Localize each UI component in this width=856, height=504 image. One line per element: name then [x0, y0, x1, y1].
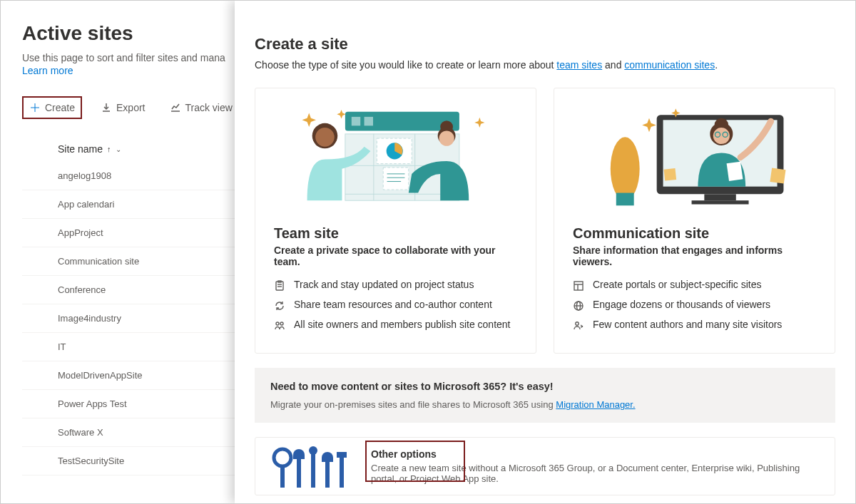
svg-rect-3	[351, 117, 360, 125]
create-site-panel: Create a site Choose the type of site yo…	[235, 1, 855, 503]
svg-point-20	[439, 130, 454, 145]
svg-point-47	[576, 322, 579, 325]
comm-card-desc: Share information that engages and infor…	[573, 245, 816, 267]
other-options-title: Other options	[371, 448, 813, 460]
svg-rect-41	[574, 282, 583, 290]
comm-feature-2: Engage dozens or thousands of viewers	[573, 299, 816, 312]
sort-ascending-icon: ↑	[107, 145, 111, 153]
migrate-text: Migrate your on-premises sites and file …	[270, 399, 820, 410]
track-view-button-label: Track view	[185, 102, 233, 113]
team-feature-1-text: Track and stay updated on project status	[294, 279, 474, 290]
card-row: Team site Create a private space to coll…	[255, 88, 835, 354]
sync-icon	[274, 300, 285, 312]
panel-subtitle-mid: and	[602, 59, 624, 71]
track-view-button[interactable]: Track view	[164, 98, 238, 118]
comm-feature-1-text: Create portals or subject-specific sites	[593, 279, 762, 290]
comm-card-title: Communication site	[573, 225, 816, 242]
create-button-label: Create	[45, 102, 75, 113]
team-feature-1: Track and stay updated on project status	[274, 279, 517, 292]
communication-sites-link[interactable]: communication sites	[624, 59, 715, 71]
svg-rect-55	[337, 452, 347, 458]
svg-rect-21	[276, 282, 283, 290]
export-button-label: Export	[116, 102, 145, 113]
svg-point-26	[280, 322, 283, 325]
svg-rect-51	[311, 452, 315, 488]
svg-point-48	[274, 449, 291, 466]
svg-rect-34	[663, 168, 676, 181]
team-sites-link[interactable]: team sites	[556, 59, 602, 71]
team-card-body: Team site Create a private space to coll…	[255, 217, 536, 331]
svg-point-52	[309, 446, 317, 455]
other-options-desc: Create a new team site without a Microso…	[371, 463, 813, 484]
migration-manager-link[interactable]: Migration Manager.	[556, 399, 635, 410]
team-site-illustration	[255, 88, 536, 217]
svg-rect-4	[364, 117, 372, 125]
team-feature-3-text: All site owners and members publish site…	[294, 319, 510, 330]
svg-rect-32	[691, 200, 748, 204]
panel-subtitle-suffix: .	[715, 59, 718, 71]
layout-icon	[573, 280, 584, 292]
comm-feature-3-text: Few content authors and many site visito…	[593, 319, 782, 330]
team-feature-3: All site owners and members publish site…	[274, 319, 517, 331]
other-options-card[interactable]: Other options Create a new team site wit…	[255, 437, 835, 495]
svg-rect-33	[770, 168, 785, 184]
team-feature-2-text: Share team resources and co-author conte…	[294, 299, 492, 310]
download-icon	[101, 102, 112, 113]
comm-feature-1: Create portals or subject-specific sites	[573, 279, 816, 292]
globe-icon	[573, 300, 584, 312]
panel-title: Create a site	[255, 35, 835, 53]
column-site-name-label: Site name	[58, 143, 103, 155]
team-feature-2: Share team resources and co-author conte…	[274, 299, 517, 312]
svg-rect-54	[340, 455, 344, 488]
tools-illustration	[270, 445, 355, 488]
team-site-card[interactable]: Team site Create a private space to coll…	[255, 88, 536, 354]
export-button[interactable]: Export	[95, 98, 151, 118]
comm-feature-2-text: Engage dozens or thousands of viewers	[593, 299, 770, 310]
migrate-banner: Need to move content or sites to Microso…	[255, 368, 835, 423]
team-card-desc: Create a private space to collaborate wi…	[274, 245, 517, 267]
column-site-name[interactable]: Site name ↑ ⌄	[58, 143, 121, 155]
migrate-text-prefix: Migrate your on-premises sites and file …	[270, 399, 556, 410]
svg-rect-53	[325, 461, 330, 488]
chevron-down-icon: ⌄	[116, 145, 121, 153]
comm-site-illustration	[554, 88, 835, 217]
svg-point-25	[276, 322, 279, 325]
svg-point-17	[315, 128, 335, 147]
chart-icon	[170, 102, 181, 113]
comm-feature-3: Few content authors and many site visito…	[573, 319, 816, 331]
panel-subtitle: Choose the type of site you would like t…	[255, 59, 835, 71]
svg-rect-31	[704, 194, 735, 200]
svg-point-27	[610, 137, 639, 200]
people-icon	[274, 320, 285, 331]
svg-rect-28	[616, 193, 633, 206]
comm-card-body: Communication site Share information tha…	[554, 217, 835, 331]
svg-rect-49	[280, 465, 285, 488]
svg-rect-50	[297, 458, 301, 488]
panel-subtitle-text: Choose the type of site you would like t…	[255, 59, 556, 71]
plus-icon	[29, 102, 41, 113]
clipboard-icon	[274, 280, 285, 292]
svg-rect-8	[383, 168, 409, 190]
communication-site-card[interactable]: Communication site Share information tha…	[554, 88, 835, 354]
person-icon	[573, 320, 584, 331]
svg-rect-40	[726, 162, 743, 181]
team-card-title: Team site	[274, 225, 517, 242]
other-options-text: Other options Create a new team site wit…	[371, 448, 813, 484]
create-button[interactable]: Create	[22, 96, 82, 119]
migrate-title: Need to move content or sites to Microso…	[270, 381, 820, 392]
